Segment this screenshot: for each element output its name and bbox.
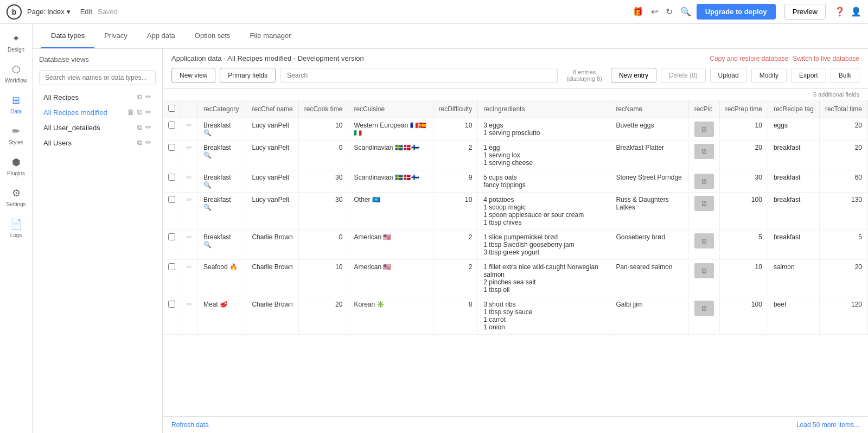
cell-chef: Charlie Brown [246, 297, 298, 335]
bulk-button[interactable]: Bulk [831, 68, 859, 83]
upload-button[interactable]: Upload [710, 68, 747, 83]
redo-icon[interactable]: ↻ [666, 7, 673, 17]
copy-view-icon[interactable]: ⧉ [137, 93, 142, 101]
view-item-all-recipes[interactable]: All Recipes ⧉ ✏ [39, 90, 156, 105]
cell-chef: Lucy vanPelt [246, 118, 298, 141]
sidebar-item-data[interactable]: ⊞ Data [2, 90, 30, 119]
cell-name: Galbi jjim [610, 297, 688, 335]
new-view-button[interactable]: New view [171, 68, 215, 83]
cell-total-time: 5 [819, 230, 867, 260]
views-list: All Recipes ⧉ ✏ All Recipes modified 🗑 ⧉… [39, 90, 156, 150]
row-checkbox[interactable] [168, 233, 175, 240]
sidebar-item-logs[interactable]: 📄 Logs [2, 214, 30, 243]
modify-button[interactable]: Modify [751, 68, 787, 83]
sidebar-item-workflow[interactable]: ⬡ Workflow [2, 59, 30, 88]
copy-view-icon[interactable]: ⧉ [137, 123, 142, 132]
row-checkbox-cell [163, 260, 181, 297]
edit-view-icon[interactable]: ✏ [145, 93, 151, 101]
row-edit-icon[interactable]: ✏ [187, 174, 192, 181]
cell-prep-time: 10 [719, 260, 768, 297]
tab-option-sets[interactable]: Option sets [185, 24, 240, 48]
th-edit [181, 100, 198, 118]
table-row: ✏ Seafood 🔥 Charlie Brown 10 American 🇺🇸… [163, 260, 868, 297]
search-icon[interactable]: 🔍 [680, 7, 691, 17]
row-checkbox-cell [163, 170, 181, 193]
cell-difficulty: 2 [433, 230, 478, 260]
delete-view-icon[interactable]: 🗑 [127, 108, 134, 117]
sidebar-item-styles[interactable]: ✏ Styles [2, 121, 30, 150]
sidebar-item-label: Workflow [5, 78, 27, 84]
sidebar-item-plugins[interactable]: ⬢ Plugins [2, 152, 30, 181]
preview-button[interactable]: Preview [784, 4, 826, 20]
row-checkbox-cell [163, 297, 181, 335]
cell-cook-time: 10 [298, 118, 348, 141]
copy-view-icon[interactable]: ⧉ [137, 138, 142, 147]
views-panel-title: Database views [39, 55, 156, 63]
view-item-all-user-detaileds[interactable]: All User_detaileds ⧉ ✏ [39, 120, 156, 135]
upgrade-button[interactable]: Upgrade to deploy [697, 4, 776, 20]
search-input[interactable] [280, 68, 558, 83]
row-edit-icon[interactable]: ✏ [187, 196, 192, 203]
edit-view-icon[interactable]: ✏ [145, 138, 151, 147]
primary-fields-button[interactable]: Primary fields [220, 68, 276, 83]
table-row: ✏ Breakfast 🔍 Lucy vanPelt 10 Western Eu… [163, 118, 868, 141]
cell-category: Breakfast 🔍 [198, 118, 246, 141]
load-more-link[interactable]: Load 50 more items... [796, 421, 859, 429]
row-checkbox[interactable] [168, 196, 175, 203]
th-recPrepTime: recPrep time [719, 100, 768, 118]
row-edit-icon[interactable]: ✏ [187, 144, 192, 151]
view-item-all-recipes-modified[interactable]: All Recipes modified 🗑 ⧉ ✏ [39, 105, 156, 120]
cell-prep-time: 10 [719, 118, 768, 141]
edit-view-icon[interactable]: ✏ [145, 123, 151, 132]
cell-recipe-tag: beef [768, 297, 819, 335]
plugins-icon: ⬢ [12, 156, 21, 168]
cell-difficulty: 10 [433, 193, 478, 230]
row-edit-icon[interactable]: ✏ [187, 263, 192, 271]
settings-icon: ⚙ [12, 187, 21, 199]
switch-live-button[interactable]: Switch to live database [793, 55, 859, 62]
search-views-input[interactable] [39, 70, 156, 85]
row-checkbox[interactable] [168, 301, 175, 308]
row-edit-cell: ✏ [181, 141, 198, 170]
tab-privacy[interactable]: Privacy [94, 24, 137, 48]
tab-data-types[interactable]: Data types [41, 24, 94, 48]
select-all-checkbox[interactable] [168, 105, 175, 112]
new-entry-button[interactable]: New entry [611, 68, 656, 83]
tab-app-data[interactable]: App data [137, 24, 185, 48]
row-checkbox[interactable] [168, 122, 175, 129]
export-button[interactable]: Export [791, 68, 826, 83]
tab-file-manager[interactable]: File manager [240, 24, 301, 48]
row-checkbox[interactable] [168, 144, 175, 151]
recipe-image: 🖼 [694, 196, 714, 211]
cell-cuisine: American 🇺🇸 [348, 230, 433, 260]
undo-icon[interactable]: ↩ [651, 7, 658, 17]
row-checkbox[interactable] [168, 263, 175, 270]
refresh-data-link[interactable]: Refresh data [171, 421, 209, 429]
copy-restore-button[interactable]: Copy and restore database [710, 55, 788, 62]
cell-pic: 🖼 [688, 170, 719, 193]
cell-cuisine: Western European 🇫🇷🇪🇸🇮🇹 [348, 118, 433, 141]
row-checkbox[interactable] [168, 174, 175, 181]
sidebar-item-label: Styles [9, 139, 23, 145]
row-edit-icon[interactable]: ✏ [187, 301, 192, 308]
row-edit-icon[interactable]: ✏ [187, 233, 192, 241]
cell-pic: 🖼 [688, 260, 719, 297]
page-selector[interactable]: Page: index ▾ [27, 8, 71, 16]
sidebar-item-settings[interactable]: ⚙ Settings [2, 183, 30, 212]
copy-view-icon[interactable]: ⧉ [137, 108, 142, 117]
delete-button[interactable]: Delete (0) [661, 68, 706, 83]
view-item-all-users[interactable]: All Users ⧉ ✏ [39, 135, 156, 150]
row-edit-icon[interactable]: ✏ [187, 122, 192, 129]
table-body: ✏ Breakfast 🔍 Lucy vanPelt 10 Western Eu… [163, 118, 868, 335]
cell-pic: 🖼 [688, 118, 719, 141]
recipe-image: 🖼 [694, 174, 714, 189]
edit-view-icon[interactable]: ✏ [145, 108, 151, 117]
cell-difficulty: 9 [433, 170, 478, 193]
entries-info: 8 entries (displaying 8) [566, 69, 602, 82]
cell-category: Seafood 🔥 [198, 260, 246, 297]
cell-total-time: 60 [819, 170, 867, 193]
gift-icon[interactable]: 🎁 [633, 7, 643, 17]
help-icon[interactable]: ❓ [834, 7, 845, 17]
sidebar-item-design[interactable]: ✦ Design [2, 28, 30, 57]
account-icon[interactable]: 👤 [851, 7, 861, 17]
